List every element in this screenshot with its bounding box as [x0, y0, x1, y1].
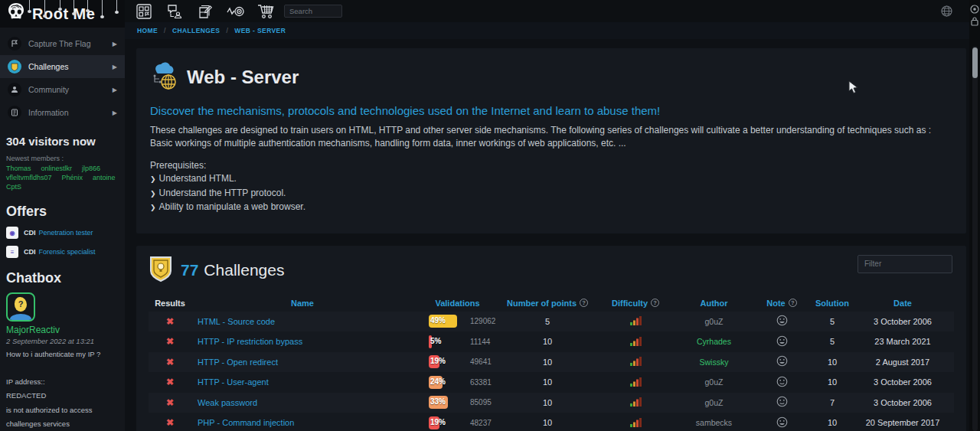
- date-value: 3 October 2006: [851, 398, 954, 407]
- prerequisite-item: ❯Understand the HTTP protocol.: [150, 188, 951, 200]
- offer-logo-icon: ≡: [6, 246, 18, 258]
- column-header-name[interactable]: Name: [191, 299, 413, 308]
- chatbox: ? MajorReactiv 2 September 2022 at 13:21…: [0, 292, 125, 431]
- challenge-link[interactable]: HTML - Source code: [198, 317, 275, 326]
- chevron-bullet-icon: ❯: [150, 204, 156, 211]
- sidebar-item-community[interactable]: Community▶: [0, 78, 125, 101]
- difficulty-bars-icon: [629, 396, 642, 409]
- prerequisites-label: Prerequisites:: [150, 160, 951, 171]
- lock-icon[interactable]: [970, 15, 979, 29]
- help-icon[interactable]: ?: [580, 299, 588, 307]
- help-icon[interactable]: ?: [651, 299, 659, 307]
- smiley-face-icon: [776, 315, 788, 328]
- not-solved-x-icon[interactable]: ✖: [149, 397, 191, 408]
- scrollbar-thumb[interactable]: [972, 47, 978, 78]
- breadcrumb-link[interactable]: CHALLENGES: [172, 27, 220, 34]
- difficulty-bars-icon: [629, 376, 642, 389]
- note-cell: [750, 376, 813, 389]
- challenge-link[interactable]: HTTP - User-agent: [198, 377, 269, 387]
- column-label: Solution: [815, 299, 849, 308]
- flag-icon: [8, 37, 21, 51]
- difficulty-bars-icon: [629, 416, 642, 429]
- validation-count: 85095: [470, 398, 492, 407]
- validations-cell: 19% 48237: [413, 416, 501, 429]
- points-value: 5: [501, 317, 593, 326]
- chat-username[interactable]: MajorReactiv: [6, 325, 119, 335]
- offer-item[interactable]: ≡CDIForensic specialist: [0, 246, 125, 258]
- author-link[interactable]: sambecks: [678, 418, 750, 427]
- chatbox-title: Chatbox: [0, 270, 125, 286]
- column-header-validations[interactable]: Validations: [413, 299, 501, 308]
- help-icon[interactable]: ?: [789, 299, 797, 307]
- language-globe-icon[interactable]: [941, 5, 952, 20]
- sidebar-item-label: Capture The Flag: [28, 39, 91, 48]
- challenge-link[interactable]: HTTP - Open redirect: [198, 358, 278, 367]
- column-label: Number of points: [507, 299, 577, 308]
- activity-monitor-icon[interactable]: [223, 3, 249, 20]
- date-value: 3 October 2006: [851, 377, 954, 387]
- challenge-link[interactable]: PHP - Command injection: [198, 418, 294, 427]
- author-link[interactable]: Cyrhades: [678, 337, 750, 346]
- challenge-link[interactable]: HTTP - IP restriction bypass: [198, 337, 302, 346]
- column-header-date[interactable]: Date: [851, 299, 954, 308]
- author-link[interactable]: g0uZ: [678, 377, 750, 387]
- points-value: 10: [501, 377, 593, 387]
- visitors-count: 304 visitors now: [0, 135, 125, 148]
- person-icon: [8, 83, 21, 96]
- sidebar-item-capture-the-flag[interactable]: Capture The Flag▶: [0, 32, 125, 55]
- scrollbar-track[interactable]: [972, 46, 978, 431]
- not-solved-x-icon[interactable]: ✖: [149, 316, 191, 327]
- column-header-note[interactable]: Note?: [750, 299, 813, 308]
- logo[interactable]: Root Me: [0, 0, 125, 28]
- difficulty-cell: [593, 416, 678, 429]
- offer-link[interactable]: Penetration tester: [39, 229, 93, 237]
- not-solved-x-icon[interactable]: ✖: [149, 357, 191, 367]
- member-link[interactable]: Thomas: [6, 165, 31, 172]
- author-link[interactable]: g0uZ: [678, 398, 750, 407]
- member-link[interactable]: vfleltvmfldhs07: [6, 174, 52, 181]
- chevron-bullet-icon: ❯: [150, 175, 156, 183]
- chat-avatar[interactable]: ?: [6, 292, 35, 322]
- column-header-author[interactable]: Author: [678, 299, 750, 308]
- shop-cart-icon[interactable]: [253, 3, 279, 20]
- column-header-number-of-points[interactable]: Number of points?: [501, 299, 593, 308]
- column-header-difficulty[interactable]: Difficulty?: [593, 299, 678, 308]
- challenges-shield-icon: [149, 255, 173, 286]
- offer-link[interactable]: Forensic specialist: [39, 248, 96, 256]
- offer-item[interactable]: ◉CDIPenetration tester: [0, 227, 125, 239]
- offers-list: ◉CDIPenetration tester≡CDIForensic speci…: [0, 227, 125, 258]
- search-input[interactable]: [284, 5, 342, 18]
- difficulty-bars-icon: [629, 355, 642, 368]
- not-solved-x-icon[interactable]: ✖: [149, 377, 191, 387]
- column-label: Author: [700, 299, 727, 308]
- not-solved-x-icon[interactable]: ✖: [149, 417, 191, 428]
- sidebar-item-information[interactable]: Information▶: [0, 101, 125, 124]
- breadcrumb-link[interactable]: HOME: [137, 27, 158, 34]
- member-link[interactable]: antoine: [93, 174, 116, 181]
- author-link[interactable]: Swissky: [678, 358, 750, 367]
- column-header-results[interactable]: Results: [149, 299, 191, 308]
- community-network-icon[interactable]: [162, 3, 188, 20]
- prerequisite-text: Understand the HTTP protocol.: [159, 188, 286, 198]
- column-label: Validations: [435, 299, 479, 308]
- column-header-solution[interactable]: Solution: [813, 299, 851, 308]
- documents-icon[interactable]: [192, 3, 218, 20]
- difficulty-cell: [593, 355, 678, 368]
- member-link[interactable]: CptS: [6, 183, 21, 191]
- breadcrumb-link[interactable]: WEB - SERVER: [234, 27, 286, 34]
- ctf-grid-icon[interactable]: [131, 3, 157, 20]
- challenges-panel: 77 Challenges ResultsNameValidationsNumb…: [136, 246, 966, 431]
- question-head-icon: ?: [15, 297, 27, 312]
- category-description: These challenges are designed to train u…: [150, 124, 951, 149]
- sidebar-item-challenges[interactable]: Challenges▶: [0, 55, 125, 78]
- member-link[interactable]: jlp866: [82, 165, 100, 172]
- author-link[interactable]: g0uZ: [678, 317, 750, 326]
- member-link[interactable]: Phénix: [62, 174, 83, 181]
- challenge-link[interactable]: Weak password: [198, 398, 257, 407]
- member-link[interactable]: onlinestlkr: [41, 165, 73, 172]
- not-solved-x-icon[interactable]: ✖: [149, 336, 191, 347]
- chat-timestamp: 2 September 2022 at 13:21: [6, 337, 119, 345]
- date-value: 23 March 2021: [851, 337, 954, 346]
- filter-input[interactable]: [858, 255, 952, 273]
- solution-count: 5: [813, 317, 851, 326]
